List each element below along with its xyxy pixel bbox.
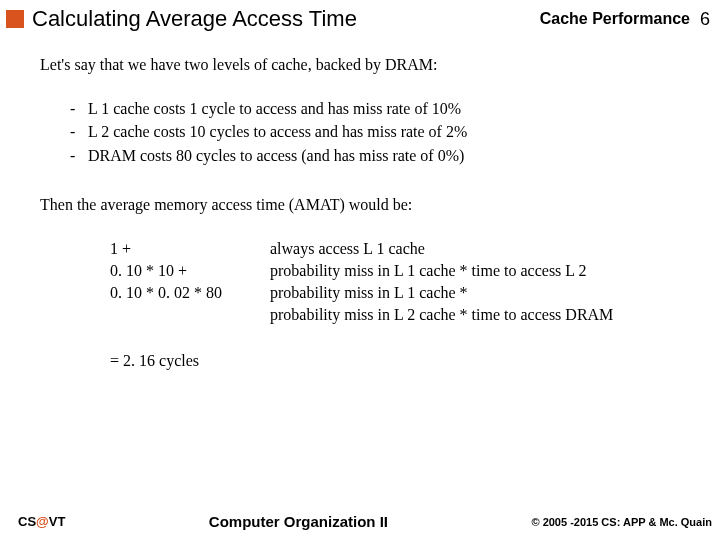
calc-expressions: 1 + 0. 10 * 10 + 0. 10 * 0. 02 * 80 xyxy=(110,238,270,326)
calc-explain: probability miss in L 1 cache * xyxy=(270,282,613,304)
calc-explain: probability miss in L 1 cache * time to … xyxy=(270,260,613,282)
footer-org-pre: CS xyxy=(18,514,36,529)
calc-expr: 0. 10 * 0. 02 * 80 xyxy=(110,282,270,304)
accent-square-icon xyxy=(6,10,24,28)
bullet-text: DRAM costs 80 cycles to access (and has … xyxy=(88,145,464,167)
bullet-text: L 1 cache costs 1 cycle to access and ha… xyxy=(88,98,461,120)
page-number: 6 xyxy=(700,9,710,30)
slide-title: Calculating Average Access Time xyxy=(32,6,540,32)
calc-expr xyxy=(110,304,270,326)
result-text: = 2. 16 cycles xyxy=(110,350,690,372)
header: Calculating Average Access Time Cache Pe… xyxy=(0,0,720,36)
list-item: - L 2 cache costs 10 cycles to access an… xyxy=(70,121,690,143)
footer-center: Computer Organization II xyxy=(209,513,388,530)
at-icon: @ xyxy=(36,514,49,529)
calc-block: 1 + 0. 10 * 10 + 0. 10 * 0. 02 * 80 alwa… xyxy=(110,238,690,326)
footer-left: CS@VT xyxy=(18,514,65,529)
slide: Calculating Average Access Time Cache Pe… xyxy=(0,0,720,540)
footer-org-post: VT xyxy=(49,514,66,529)
topic-label: Cache Performance xyxy=(540,10,690,28)
slide-body: Let's say that we have two levels of cac… xyxy=(0,36,720,372)
list-item: - L 1 cache costs 1 cycle to access and … xyxy=(70,98,690,120)
calc-expr: 0. 10 * 10 + xyxy=(110,260,270,282)
list-item: - DRAM costs 80 cycles to access (and ha… xyxy=(70,145,690,167)
footer-right: © 2005 -2015 CS: APP & Mc. Quain xyxy=(531,516,712,528)
dash-icon: - xyxy=(70,98,88,120)
intro-text: Let's say that we have two levels of cac… xyxy=(40,54,690,76)
calc-expr: 1 + xyxy=(110,238,270,260)
then-text: Then the average memory access time (AMA… xyxy=(40,194,690,216)
footer: CS@VT Computer Organization II © 2005 -2… xyxy=(0,513,720,530)
dash-icon: - xyxy=(70,145,88,167)
calc-explain: probability miss in L 2 cache * time to … xyxy=(270,304,613,326)
calc-explanations: always access L 1 cache probability miss… xyxy=(270,238,613,326)
bullet-list: - L 1 cache costs 1 cycle to access and … xyxy=(70,98,690,167)
dash-icon: - xyxy=(70,121,88,143)
bullet-text: L 2 cache costs 10 cycles to access and … xyxy=(88,121,467,143)
calc-explain: always access L 1 cache xyxy=(270,238,613,260)
